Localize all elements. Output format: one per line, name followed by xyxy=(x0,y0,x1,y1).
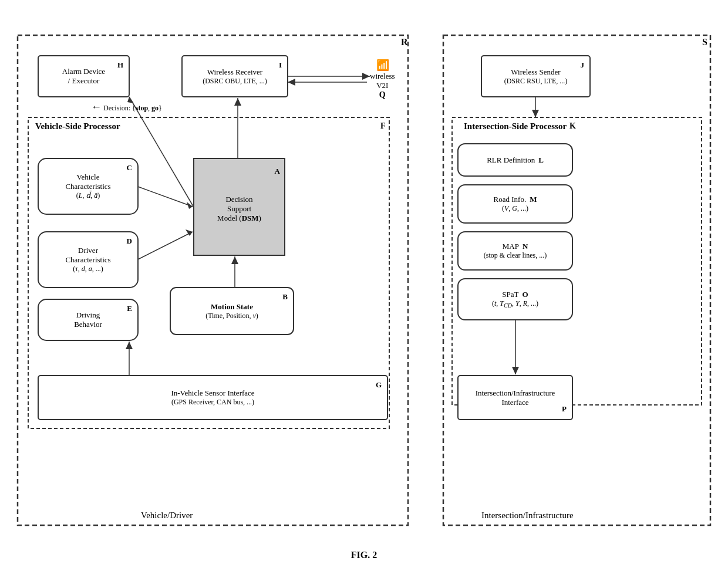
label-G: G xyxy=(376,380,382,390)
label-F: F xyxy=(380,121,386,131)
component-C-title: VehicleCharacteristics xyxy=(65,173,110,191)
label-J: J xyxy=(581,60,585,70)
intersection-processor-title: Intersection-Side Processor xyxy=(464,121,581,131)
label-C: C xyxy=(127,163,132,173)
label-I: I xyxy=(279,60,282,70)
component-L: RLR Definition L xyxy=(459,145,571,175)
svg-line-20 xyxy=(138,232,193,259)
label-Q: Q xyxy=(370,90,395,100)
component-N-title: MAP xyxy=(503,242,519,251)
component-I-subtitle: (DSRC OBU, LTE, ...) xyxy=(203,77,267,86)
v2i-text: V2I xyxy=(370,81,395,90)
component-E: DrivingBehavior E xyxy=(39,300,137,339)
component-G: In-Vehicle Sensor Interface (GPS Receive… xyxy=(39,377,386,418)
component-M: Road Info. M (V, G, ...) xyxy=(459,186,571,222)
label-H: H xyxy=(117,60,123,70)
component-E-title: DrivingBehavior xyxy=(74,310,102,329)
component-P: Intersection/InfrastructureInterface P xyxy=(459,377,571,418)
wireless-label: 📶 wireless V2I Q xyxy=(370,59,395,100)
component-M-title: Road Info. xyxy=(494,195,527,204)
component-O-title: SPaT xyxy=(502,290,518,299)
component-D-subtitle: (τ, d, a, ...) xyxy=(73,265,103,273)
component-B-subtitle: (Time, Position, v) xyxy=(205,312,258,320)
component-D: DriverCharacteristics (τ, d, a, ...) D xyxy=(39,233,137,286)
svg-marker-37 xyxy=(512,367,519,374)
svg-marker-25 xyxy=(126,342,133,349)
component-I: Wireless Receiver (DSRC OBU, LTE, ...) I xyxy=(183,57,287,96)
component-C-subtitle: (L, d̄, ā) xyxy=(76,191,100,200)
svg-marker-35 xyxy=(532,110,539,117)
component-L-title: RLR Definition xyxy=(487,156,535,165)
wireless-text: wireless xyxy=(370,72,395,81)
component-I-title: Wireless Receiver xyxy=(207,67,262,77)
component-B-title: Motion State xyxy=(211,302,253,312)
label-A: A xyxy=(275,167,280,176)
svg-marker-23 xyxy=(231,256,238,264)
svg-marker-19 xyxy=(187,202,193,209)
component-H: Alarm Device/ Executor H xyxy=(39,57,128,96)
intersection-label: Intersection/Infrastructure xyxy=(481,511,574,521)
label-E: E xyxy=(127,304,132,313)
component-N-subtitle: (stop & clear lines, ...) xyxy=(484,251,547,260)
label-O: O xyxy=(523,290,528,299)
label-R: R xyxy=(401,37,408,48)
fig-label: FIG. 2 xyxy=(351,550,377,560)
svg-line-18 xyxy=(138,187,193,207)
decision-text: ← Decision: {stop, go} xyxy=(91,101,162,113)
svg-marker-27 xyxy=(234,98,241,106)
label-M: M xyxy=(530,195,537,204)
vehicle-driver-label: Vehicle/Driver xyxy=(141,511,193,521)
component-P-title: Intersection/InfrastructureInterface xyxy=(476,388,555,407)
diagram: R S Vehicle/Driver Intersection/Infrastr… xyxy=(0,0,728,571)
component-G-subtitle: (GPS Receiver, CAN bus, ...) xyxy=(171,398,254,407)
svg-marker-33 xyxy=(288,79,295,86)
component-B: Motion State (Time, Position, v) B xyxy=(171,289,292,333)
svg-marker-21 xyxy=(186,229,193,236)
label-L: L xyxy=(538,156,544,165)
component-D-title: DriverCharacteristics xyxy=(65,246,110,265)
component-O: SPaT O (t, TCD, Y, R, ...) xyxy=(459,280,571,319)
component-J-subtitle: (DSRC RSU, LTE, ...) xyxy=(504,77,568,86)
component-G-title: In-Vehicle Sensor Interface xyxy=(171,388,254,398)
label-K: K xyxy=(569,121,576,131)
label-B: B xyxy=(282,292,288,302)
component-A: DecisionSupportModel (DSM) A xyxy=(195,163,284,254)
component-O-subtitle: (t, TCD, Y, R, ...) xyxy=(492,299,538,309)
vehicle-processor-title: Vehicle-Side Processor xyxy=(35,121,120,131)
component-N: MAP N (stop & clear lines, ...) xyxy=(459,233,571,269)
component-M-subtitle: (V, G, ...) xyxy=(502,204,528,213)
component-C: VehicleCharacteristics (L, d̄, ā) C xyxy=(39,160,137,213)
label-S: S xyxy=(702,37,707,48)
component-J: Wireless Sender (DSRC RSU, LTE, ...) J xyxy=(483,57,589,96)
component-A-text: DecisionSupportModel (DSM) xyxy=(217,195,261,223)
label-N: N xyxy=(523,242,528,251)
svg-marker-31 xyxy=(362,73,370,80)
component-J-title: Wireless Sender xyxy=(511,67,560,77)
svg-line-28 xyxy=(129,97,194,207)
label-P: P xyxy=(562,404,567,414)
component-H-title: Alarm Device/ Executor xyxy=(62,67,105,86)
label-D: D xyxy=(127,236,132,246)
